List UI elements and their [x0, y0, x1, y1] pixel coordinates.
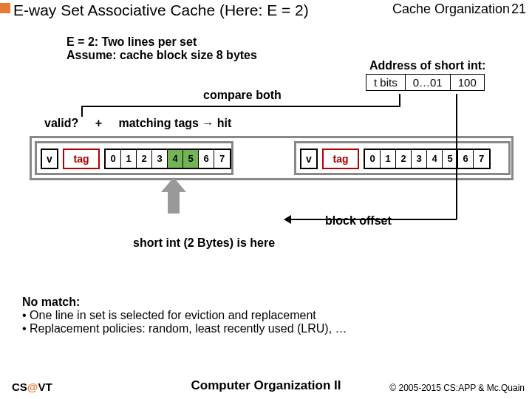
byte-6: 6	[458, 150, 474, 168]
valid-q: valid?	[44, 117, 78, 129]
byte-6: 6	[199, 150, 214, 168]
shortint-label: short int (2 Bytes) is here	[133, 236, 275, 250]
slide-title: E-way Set Associative Cache (Here: E = 2…	[13, 1, 309, 19]
tag-field: tag	[63, 149, 100, 169]
nomatch-l1: • One line in set is selected for evicti…	[22, 309, 347, 322]
tag-field: tag	[322, 149, 359, 169]
byte-2: 2	[396, 150, 412, 168]
addr-offsetbits: 100	[451, 75, 484, 90]
address-label: Address of short int:	[369, 59, 485, 72]
cache-line-1: v tag 0 1 2 3 4 5 6 7	[294, 141, 511, 175]
cache-line-0: v tag 0 1 2 3 4 5 6 7	[35, 141, 233, 175]
byte-2: 2	[137, 150, 152, 168]
byte-3: 3	[152, 150, 168, 168]
nomatch-text: No match: • One line in set is selected …	[22, 296, 347, 335]
byte-4: 4	[427, 150, 443, 168]
byte-5: 5	[183, 150, 199, 168]
plus-icon: +	[95, 117, 102, 130]
topic-label: Cache Organization	[392, 1, 510, 17]
arrow-up-icon	[161, 177, 186, 214]
compare-label: compare both	[203, 89, 282, 102]
subtitle: E = 2: Two lines per set Assume: cache b…	[66, 35, 257, 62]
byte-0: 0	[106, 150, 121, 168]
byte-0: 0	[365, 150, 381, 168]
byte-3: 3	[412, 150, 427, 168]
byte-array: 0 1 2 3 4 5 6 7	[104, 149, 231, 169]
byte-1: 1	[121, 150, 137, 168]
valid-bit: v	[300, 149, 318, 169]
footer-right: © 2005-2015 CS:APP & Mc.Quain	[389, 383, 525, 393]
nomatch-head: No match:	[22, 296, 347, 309]
valid-bit: v	[41, 149, 58, 169]
byte-4: 4	[168, 150, 183, 168]
arrow-left-icon	[284, 215, 291, 224]
byte-1: 1	[381, 150, 396, 168]
byte-array: 0 1 2 3 4 5 6 7	[364, 149, 491, 169]
subtitle-line2: Assume: cache block size 8 bytes	[66, 49, 257, 62]
question-row: valid? + matching tags → hit	[44, 117, 231, 130]
cache-set: v tag 0 1 2 3 4 5 6 7 v tag 0 1 2 3 4 5 …	[30, 136, 514, 180]
accent-square	[0, 3, 10, 13]
nomatch-l2: • Replacement policies: random, least re…	[22, 322, 347, 335]
page-number: 21	[511, 1, 526, 17]
connector	[456, 94, 457, 219]
byte-7: 7	[214, 150, 230, 168]
connector	[81, 106, 83, 117]
block-offset-label: block offset	[325, 214, 392, 228]
subtitle-line1: E = 2: Two lines per set	[66, 35, 257, 49]
connector	[81, 106, 400, 107]
address-box: t bits 0…01 100	[366, 74, 485, 91]
match-q: matching tags → hit	[118, 117, 231, 129]
byte-7: 7	[474, 150, 489, 168]
addr-tbits: t bits	[366, 75, 406, 90]
addr-setbits: 0…01	[406, 75, 451, 90]
